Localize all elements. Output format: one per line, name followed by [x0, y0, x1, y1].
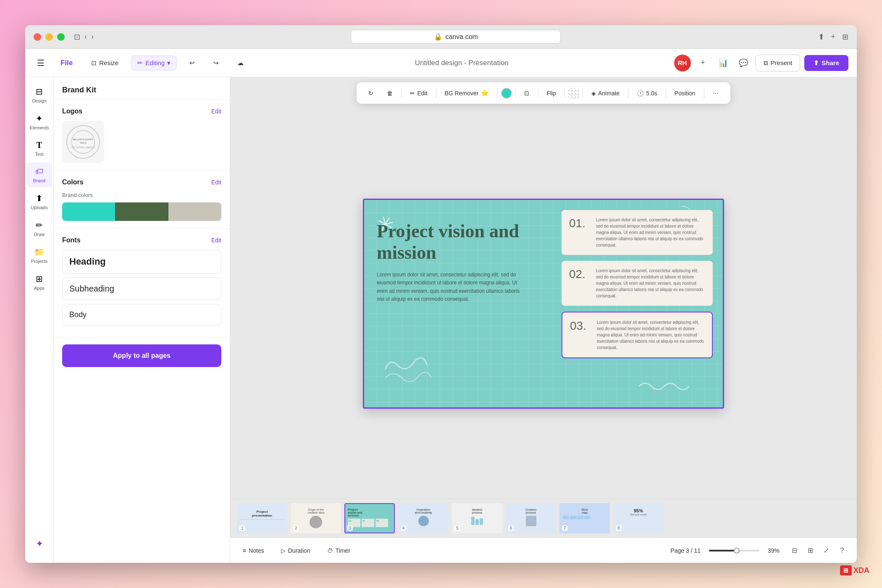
- share-icon[interactable]: ⬆: [818, 32, 824, 42]
- sidebar-item-projects[interactable]: 📁 Projects: [27, 243, 52, 268]
- thumbnail-5[interactable]: Ideation process 5: [452, 503, 502, 533]
- magic-button[interactable]: ✦: [27, 534, 52, 554]
- subheading-font-label: Subheading: [69, 284, 114, 293]
- transparency-button[interactable]: [568, 88, 579, 99]
- slider-fill: [709, 550, 737, 551]
- redo-button[interactable]: ↪: [207, 56, 225, 70]
- colors-edit-link[interactable]: Edit: [211, 179, 221, 186]
- close-window-button[interactable]: [34, 33, 41, 41]
- divider-4: [515, 88, 516, 98]
- add-collaborator-button[interactable]: +: [695, 55, 711, 71]
- zoom-slider[interactable]: [709, 550, 759, 551]
- editing-button[interactable]: ✏ Editing ▾: [131, 55, 177, 71]
- file-button[interactable]: File: [55, 55, 79, 71]
- flip-button[interactable]: Flip: [541, 87, 561, 100]
- address-bar[interactable]: 🔒 canva.com: [351, 30, 561, 44]
- resize-button[interactable]: ⊡ Resize: [85, 56, 124, 70]
- delete-button[interactable]: 🗑: [382, 87, 398, 100]
- subheading-font-box[interactable]: Subheading: [62, 278, 221, 300]
- crop-button[interactable]: ⊡: [519, 87, 534, 100]
- more-options-button[interactable]: ⋯: [708, 87, 724, 100]
- thumbnail-2[interactable]: Origin of the creative Idea 2: [291, 503, 341, 533]
- analytics-button[interactable]: 📊: [715, 55, 731, 71]
- edit-icon: ✏: [410, 90, 415, 97]
- chevron-down-icon: ▾: [167, 59, 171, 67]
- single-view-button[interactable]: ⊟: [788, 544, 801, 557]
- thumbnail-3[interactable]: Project vision and mission 01. 02. 03. 3: [344, 503, 395, 533]
- colors-section: Colors Edit Brand colors: [54, 171, 230, 229]
- slide-main-title: Project vision and mission: [377, 221, 528, 263]
- sidebar-item-text[interactable]: T Text: [27, 136, 52, 161]
- logo-image: MILLER'S HAPPY TAILS PET SITTING SERVICE: [66, 125, 100, 159]
- sidebar-item-brand[interactable]: 🏷 Brand: [27, 163, 52, 187]
- document-title: Untitled design - Presentation: [256, 59, 667, 67]
- color-swatch-teal[interactable]: [62, 202, 115, 221]
- fonts-edit-link[interactable]: Edit: [211, 237, 221, 244]
- sidebar-item-draw[interactable]: ✏ Draw: [27, 216, 52, 241]
- color-picker-button[interactable]: [501, 88, 512, 99]
- new-tab-icon[interactable]: +: [831, 32, 836, 41]
- comments-button[interactable]: 💬: [735, 55, 751, 71]
- slider-track[interactable]: [709, 550, 759, 551]
- slide-canvas[interactable]: ✳ Project vision and mission Lorem: [363, 199, 724, 409]
- toolbar-actions: RH + 📊 💬 ⧉ Present ⬆ Share: [674, 55, 848, 71]
- logos-title: Logos: [62, 108, 82, 115]
- squiggle-decoration: [639, 378, 689, 395]
- thumbnail-4[interactable]: Inspiration and creativity 4: [398, 503, 449, 533]
- logos-edit-link[interactable]: Edit: [211, 108, 221, 115]
- timer-button[interactable]: ⏱ Timer: [323, 545, 354, 556]
- menu-button[interactable]: ☰: [34, 55, 48, 71]
- nav-back-icon[interactable]: ‹: [84, 32, 87, 41]
- thumbnail-1[interactable]: Project presentation 1: [237, 503, 287, 533]
- sidebar-item-elements[interactable]: ✦ Elements: [27, 109, 52, 134]
- elements-icon: ✦: [36, 113, 43, 123]
- notes-button[interactable]: ≡ Notes: [239, 545, 268, 556]
- card-1-text: Lorem ipsum dolor sit amet, consectetur …: [596, 217, 705, 248]
- slider-thumb[interactable]: [734, 548, 740, 554]
- thumbnail-6[interactable]: Creation process 6: [506, 503, 556, 533]
- duration-button[interactable]: 🕐 5.0s: [632, 87, 662, 100]
- body-font-box[interactable]: Body: [62, 304, 221, 326]
- sidebar-item-design[interactable]: ⊟ Design: [27, 82, 52, 108]
- slide-card-3[interactable]: 03. Lorem ipsum dolor sit amet, consecte…: [562, 312, 713, 358]
- card-2-text: Lorem ipsum dolor sit amet, consectetur …: [596, 268, 705, 299]
- color-swatch-green[interactable]: [115, 202, 168, 221]
- animate-button[interactable]: ◈ Animate: [586, 87, 625, 100]
- user-avatar[interactable]: RH: [674, 55, 691, 71]
- duration-button[interactable]: ▷ Duration: [277, 545, 315, 556]
- xda-watermark: ⊞ XDA: [840, 565, 869, 575]
- edit-button[interactable]: ✏ Edit: [405, 87, 432, 100]
- fullscreen-button[interactable]: ⤢: [820, 544, 832, 557]
- svg-text:PET SITTING SERVICE: PET SITTING SERVICE: [71, 146, 95, 149]
- fullscreen-window-button[interactable]: [57, 33, 65, 41]
- apply-to-all-pages-button[interactable]: Apply to all pages: [62, 344, 221, 367]
- color-swatch-beige[interactable]: [168, 202, 221, 221]
- zoom-percent: 39%: [768, 547, 780, 554]
- bg-remover-button[interactable]: BG Remover ⭐: [440, 86, 494, 100]
- present-button[interactable]: ⧉ Present: [756, 55, 801, 71]
- thumbnail-7[interactable]: Mind map 7: [559, 503, 610, 533]
- thumb-4-number: 4: [401, 525, 407, 531]
- nav-forward-icon[interactable]: ›: [91, 32, 94, 41]
- share-button[interactable]: ⬆ Share: [804, 55, 848, 71]
- bottom-bar: ≡ Notes ▷ Duration ⏱ Timer Page 3 / 11: [230, 538, 857, 563]
- design-icon: ⊟: [36, 87, 43, 97]
- grid-view-button[interactable]: ⊞: [804, 544, 816, 557]
- position-button[interactable]: Position: [669, 87, 701, 100]
- cloud-save-button[interactable]: ☁: [231, 56, 249, 70]
- sidebar-item-uploads[interactable]: ⬆ Uploads: [27, 189, 52, 214]
- minimize-window-button[interactable]: [45, 33, 53, 41]
- thumbnail-8[interactable]: 95% Success cases 8: [613, 503, 664, 533]
- heading-font-box[interactable]: Heading: [62, 250, 221, 273]
- undo-button[interactable]: ↩: [184, 56, 201, 70]
- slide-card-1: 01. Lorem ipsum dolor sit amet, consecte…: [562, 210, 713, 255]
- thumb-1-number: 1: [239, 525, 245, 531]
- sidebar-toggle-icon[interactable]: ⊡: [74, 32, 80, 42]
- traffic-lights: [34, 33, 65, 41]
- help-button[interactable]: ?: [836, 544, 848, 557]
- thumb-7-number: 7: [562, 525, 568, 531]
- sidebar-item-apps[interactable]: ⊞ Apps: [27, 270, 52, 295]
- fonts-title: Fonts: [62, 236, 81, 244]
- window-icon[interactable]: ⊞: [842, 32, 848, 42]
- refresh-button[interactable]: ↻: [363, 87, 378, 100]
